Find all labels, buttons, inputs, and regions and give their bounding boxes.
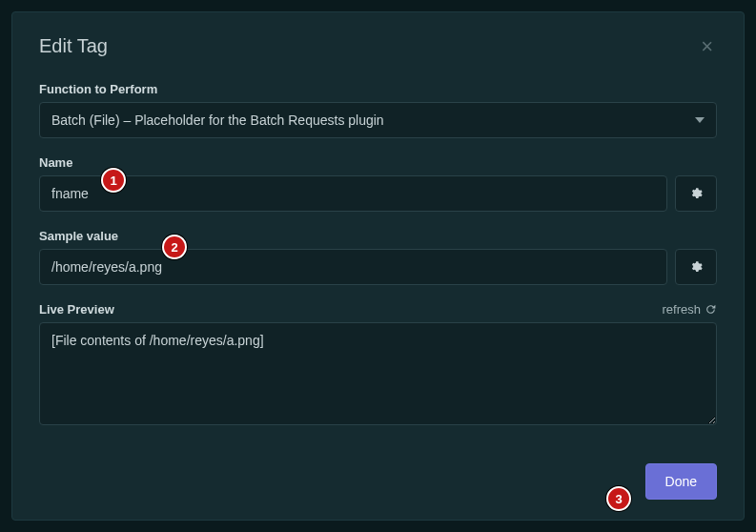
refresh-link[interactable]: refresh	[663, 302, 717, 317]
preview-label: Live Preview	[39, 302, 114, 317]
modal-title: Edit Tag	[39, 35, 108, 57]
function-label: Function to Perform	[39, 82, 157, 96]
preview-group: Live Preview refresh [File contents of /…	[39, 302, 717, 429]
close-icon: ×	[701, 34, 713, 58]
annotation-marker-3: 3	[606, 486, 631, 511]
annotation-marker-2: 2	[162, 235, 187, 259]
function-select[interactable]: Batch (File) – Placeholder for the Batch…	[39, 102, 717, 138]
annotation-marker-1: 1	[101, 168, 126, 193]
name-input[interactable]	[39, 175, 667, 212]
modal-header: Edit Tag ×	[39, 35, 717, 57]
sample-label: Sample value	[39, 229, 118, 243]
refresh-label: refresh	[663, 302, 701, 317]
name-settings-button[interactable]	[675, 175, 717, 212]
sample-settings-button[interactable]	[675, 249, 717, 285]
name-group: Name	[39, 155, 717, 212]
refresh-icon	[705, 303, 717, 316]
gear-icon	[689, 187, 703, 200]
close-button[interactable]: ×	[697, 36, 717, 57]
done-button[interactable]: Done	[645, 463, 717, 500]
gear-icon	[689, 260, 703, 274]
name-label: Name	[39, 155, 72, 170]
function-group: Function to Perform Batch (File) – Place…	[39, 82, 717, 138]
sample-group: Sample value	[39, 229, 717, 285]
sample-input[interactable]	[39, 249, 667, 285]
edit-tag-modal: Edit Tag × Function to Perform Batch (Fi…	[11, 11, 745, 521]
preview-textarea[interactable]: [File contents of /home/reyes/a.png]	[39, 322, 717, 425]
